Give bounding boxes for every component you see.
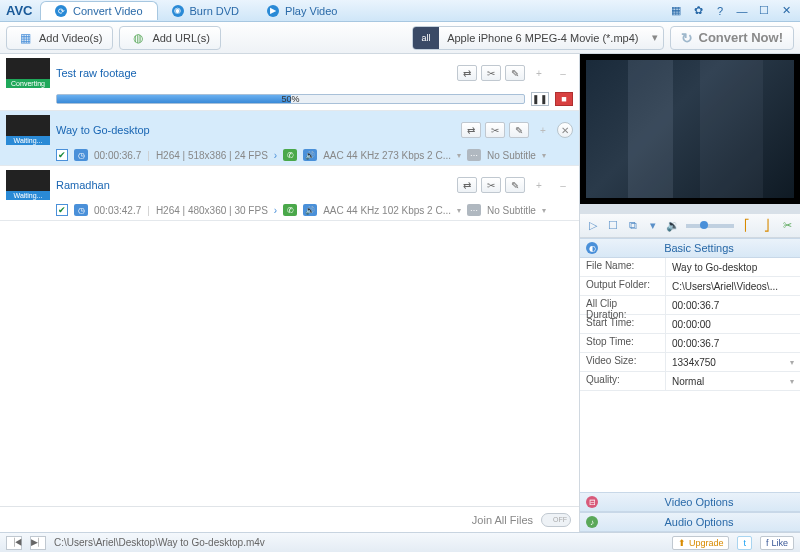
file-list: Converting Test raw footage ⇄ ✂ ✎ + – 50… (0, 54, 579, 506)
prop-key: All Clip Duration: (580, 296, 666, 314)
refresh-icon: ⟳ (55, 5, 67, 17)
wand-icon[interactable]: ✎ (505, 177, 525, 193)
video-options-header[interactable]: ⊟Video Options (580, 492, 800, 512)
start-time-field[interactable]: 00:00:00 (666, 315, 800, 333)
chevron-down-icon[interactable]: ▾ (457, 206, 461, 215)
marker-start-icon[interactable]: ⎡ (740, 219, 754, 233)
preview-scrubber[interactable] (580, 204, 800, 214)
preview-frame (586, 60, 794, 198)
plus-icon[interactable]: + (529, 65, 549, 81)
item-details: ✔ ◷ 00:03:42.7 | H264 | 480x360 | 30 FPS… (56, 204, 573, 216)
chevron-right-icon[interactable]: › (274, 150, 277, 161)
stop-icon[interactable]: ☐ (606, 219, 620, 233)
phone-icon: ✆ (283, 149, 297, 161)
scissors-icon[interactable]: ✂ (780, 219, 794, 233)
plus-icon[interactable]: + (529, 177, 549, 193)
chevron-down-icon[interactable]: ▾ (542, 206, 546, 215)
grid-icon[interactable]: ▦ (668, 4, 684, 18)
settings-table: File Name:Way to Go-desktop Output Folde… (580, 258, 800, 391)
cut-icon[interactable]: ✂ (485, 122, 505, 138)
tab-label: Play Video (285, 5, 337, 17)
output-folder-field[interactable]: C:\Users\Ariel\Videos\... (666, 277, 800, 295)
play-icon[interactable]: ▷ (586, 219, 600, 233)
convert-now-button[interactable]: ↻Convert Now! (670, 26, 795, 50)
tab-play[interactable]: ▶Play Video (253, 1, 351, 20)
basic-settings-header[interactable]: ◐Basic Settings (580, 238, 800, 258)
speaker-icon: 🔊 (303, 204, 317, 216)
chevron-down-icon[interactable]: ▾ (542, 151, 546, 160)
next-file-button[interactable]: ▶⎸ (30, 536, 46, 550)
list-item[interactable]: Converting Test raw footage ⇄ ✂ ✎ + – 50… (0, 54, 579, 111)
checkbox[interactable]: ✔ (56, 204, 68, 216)
facebook-like-button[interactable]: fLike (760, 536, 794, 550)
section-label: Basic Settings (604, 242, 794, 254)
chevron-down-icon[interactable]: ▾ (457, 151, 461, 160)
volume-icon[interactable]: 🔉 (666, 219, 680, 233)
wand-icon[interactable]: ✎ (509, 122, 529, 138)
volume-slider[interactable] (686, 224, 734, 228)
plus-icon[interactable]: + (533, 122, 553, 138)
thumbnail: Waiting... (6, 115, 50, 145)
tab-burn[interactable]: ◉Burn DVD (158, 1, 254, 20)
section-label: Video Options (604, 496, 794, 508)
camera-icon[interactable]: ⧉ (626, 219, 640, 233)
swap-icon[interactable]: ⇄ (461, 122, 481, 138)
gear-icon[interactable]: ✿ (690, 4, 706, 18)
audio-icon: ♪ (586, 516, 598, 528)
add-url-button[interactable]: ◍Add URL(s) (119, 26, 220, 50)
join-toggle[interactable]: OFF (541, 513, 571, 527)
video-codec: H264 | 480x360 | 30 FPS (156, 205, 268, 216)
status-badge: Converting (6, 79, 50, 88)
minimize-icon[interactable]: — (734, 4, 750, 18)
cut-icon[interactable]: ✂ (481, 177, 501, 193)
video-size-dropdown[interactable]: 1334x750 (666, 353, 800, 371)
add-video-button[interactable]: ▦Add Video(s) (6, 26, 113, 50)
maximize-icon[interactable]: ☐ (756, 4, 772, 18)
swap-icon[interactable]: ⇄ (457, 177, 477, 193)
cut-icon[interactable]: ✂ (481, 65, 501, 81)
chevron-right-icon[interactable]: › (274, 205, 277, 216)
tab-convert[interactable]: ⟳Convert Video (40, 1, 158, 20)
remove-icon[interactable]: ✕ (557, 122, 573, 138)
stop-time-field[interactable]: 00:00:36.7 (666, 334, 800, 352)
clip-duration-value: 00:00:36.7 (666, 296, 800, 314)
tab-label: Burn DVD (190, 5, 240, 17)
marker-end-icon[interactable]: ⎦ (760, 219, 774, 233)
list-item[interactable]: Waiting... Way to Go-desktop ⇄ ✂ ✎ + ✕ ✔… (0, 111, 579, 166)
join-bar: Join All Files OFF (0, 506, 579, 532)
pause-button[interactable]: ❚❚ (531, 92, 549, 106)
output-profile-dropdown[interactable]: all Apple iPhone 6 MPEG-4 Movie (*.mp4) … (412, 26, 663, 50)
checkbox[interactable]: ✔ (56, 149, 68, 161)
item-title: Test raw footage (56, 67, 451, 79)
dash-icon[interactable]: – (553, 177, 573, 193)
help-icon[interactable]: ? (712, 4, 728, 18)
thumbnail: Converting (6, 58, 50, 88)
subtitle-icon: ⋯ (467, 149, 481, 161)
preview-area[interactable] (580, 54, 800, 204)
profile-text: Apple iPhone 6 MPEG-4 Movie (*.mp4) (439, 32, 646, 44)
quality-dropdown[interactable]: Normal (666, 372, 800, 390)
prev-file-button[interactable]: ⎹◀ (6, 536, 22, 550)
dash-icon[interactable]: – (553, 65, 573, 81)
badge-label: Upgrade (689, 538, 724, 548)
up-arrow-icon: ⬆ (678, 538, 686, 548)
title-bar: AVC ⟳Convert Video ◉Burn DVD ▶Play Video… (0, 0, 800, 22)
preview-controls: ▷ ☐ ⧉ ▾ 🔉 ⎡ ⎦ ✂ (580, 214, 800, 238)
wand-icon[interactable]: ✎ (505, 65, 525, 81)
swap-icon[interactable]: ⇄ (457, 65, 477, 81)
subtitle-icon: ⋯ (467, 204, 481, 216)
audio-options-header[interactable]: ♪Audio Options (580, 512, 800, 532)
stop-button[interactable]: ■ (555, 92, 573, 106)
chevron-down-icon[interactable]: ▾ (646, 219, 660, 233)
twitter-button[interactable]: t (737, 536, 752, 550)
film-plus-icon: ▦ (17, 30, 33, 46)
status-badge: Waiting... (6, 136, 50, 145)
item-details: ✔ ◷ 00:00:36.7 | H264 | 518x386 | 24 FPS… (56, 149, 573, 161)
close-icon[interactable]: ✕ (778, 4, 794, 18)
filename-field[interactable]: Way to Go-desktop (666, 258, 800, 276)
list-item[interactable]: Waiting... Ramadhan ⇄ ✂ ✎ + – ✔ ◷ 00:03:… (0, 166, 579, 221)
duration: 00:00:36.7 (94, 150, 141, 161)
upgrade-button[interactable]: ⬆Upgrade (672, 536, 730, 550)
prop-key: Start Time: (580, 315, 666, 333)
progress-bar: 50% (56, 94, 525, 104)
